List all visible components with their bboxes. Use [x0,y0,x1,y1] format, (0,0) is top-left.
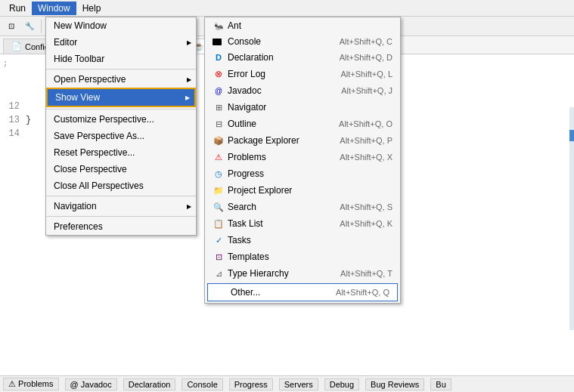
menu-item-hide-toolbar[interactable]: Hide Toolbar [46,51,196,67]
menu-sep-1 [46,69,196,69]
show-view-problems-label: Problems [228,152,266,162]
menu-item-show-view-label: Show View [55,92,179,103]
show-view-error-log-label: Error Log [228,69,265,79]
menu-item-open-perspective[interactable]: Open Perspective [46,71,196,88]
menu-item-close-perspective-label: Close Perspective [54,164,181,174]
status-problems[interactable]: ⚠ Problems [3,378,59,390]
show-view-progress[interactable]: ◷ Progress [205,165,400,182]
status-progress[interactable]: Progress [229,378,273,390]
show-view-type-hierarchy[interactable]: ⊿ Type Hierarchy Alt+Shift+Q, T [205,265,400,282]
menu-item-preferences[interactable]: Preferences [46,218,196,235]
show-view-problems-shortcut: Alt+Shift+Q, X [324,153,392,162]
javadoc-icon: @ [213,85,225,97]
templates-icon: ⊡ [213,251,225,263]
status-javadoc[interactable]: @ Javadoc [65,378,117,390]
show-view-package-explorer[interactable]: 📦 Package Explorer Alt+Shift+Q, P [205,132,400,149]
status-servers-label: Servers [284,380,313,389]
show-view-tasks-label: Tasks [228,235,251,245]
show-view-tasks[interactable]: ✓ Tasks [205,232,400,248]
menu-item-reset-perspective[interactable]: Reset Perspective... [46,144,196,161]
toolbar-btn-1[interactable]: ⊡ [3,18,20,35]
show-view-javadoc[interactable]: @ Javadoc Alt+Shift+Q, J [205,82,400,99]
show-view-console[interactable]: Console Alt+Shift+Q, C [205,34,400,49]
menu-item-new-window[interactable]: New Window [46,17,196,34]
show-view-project-explorer[interactable]: 📁 Project Explorer [205,182,400,199]
show-view-outline[interactable]: ⊟ Outline Alt+Shift+Q, O [205,116,400,132]
line-num-13: 13 [3,113,26,127]
status-debug-label: Debug [330,380,354,389]
menu-item-show-view[interactable]: Show View [46,88,196,107]
show-view-console-shortcut: Alt+Shift+Q, C [324,37,392,46]
status-javadoc-label: Javadoc [81,380,112,389]
show-view-error-log-shortcut: Alt+Shift+Q, L [326,69,392,79]
status-bar: ⚠ Problems @ Javadoc Declaration Console… [0,375,574,392]
outline-icon: ⊟ [213,118,225,130]
menu-item-save-perspective-label: Save Perspective As... [54,131,181,141]
other-icon [216,286,228,298]
show-view-error-log[interactable]: ⊗ Error Log Alt+Shift+Q, L [205,66,400,82]
line-num-14: 14 [3,127,26,140]
menu-item-close-all-perspectives[interactable]: Close All Perspectives [46,177,196,194]
show-view-declaration-shortcut: Alt+Shift+Q, D [324,53,392,62]
line-num-12: 12 [3,100,26,113]
show-view-navigator-label: Navigator [228,102,266,113]
status-declaration-label: Declaration [129,380,171,389]
menu-help[interactable]: Help [76,2,107,15]
show-view-navigator[interactable]: ⊞ Navigator [205,99,400,116]
show-view-ant[interactable]: 🐜 Ant [205,17,400,34]
show-view-task-list-shortcut: Alt+Shift+Q, K [324,219,392,228]
status-problems-label: Problems [18,379,53,388]
status-javadoc-icon: @ [70,380,79,389]
show-view-javadoc-label: Javadoc [228,85,262,96]
show-view-outline-label: Outline [228,119,256,129]
menu-item-customize-perspective[interactable]: Customize Perspective... [46,111,196,128]
declaration-icon: D [213,51,225,63]
show-view-submenu: 🐜 Ant Console Alt+Shift+Q, C D Declarati… [204,17,401,304]
show-view-search-label: Search [228,202,256,212]
menu-item-navigation-label: Navigation [54,201,181,211]
show-view-task-list-label: Task List [228,218,263,229]
show-view-type-hierarchy-shortcut: Alt+Shift+Q, T [325,269,392,278]
menu-window[interactable]: Window [32,2,76,15]
status-bu[interactable]: Bu [430,378,451,390]
toolbar-btn-2[interactable]: 🔧 [21,18,38,35]
menu-item-open-perspective-label: Open Perspective [54,74,181,85]
menu-run[interactable]: Run [3,2,32,15]
show-view-project-explorer-label: Project Explorer [228,185,292,196]
status-problems-icon: ⚠ [8,379,16,388]
console-icon [213,39,222,45]
tasks-icon: ✓ [213,234,225,246]
show-view-task-list[interactable]: 📋 Task List Alt+Shift+Q, K [205,215,400,232]
status-bug-reviews[interactable]: Bug Reviews [365,378,424,390]
show-view-problems[interactable]: ⚠ Problems Alt+Shift+Q, X [205,149,400,165]
menu-item-editor-label: Editor [54,37,181,48]
status-console[interactable]: Console [182,378,222,390]
menu-item-customize-perspective-label: Customize Perspective... [54,114,181,125]
show-view-search[interactable]: 🔍 Search Alt+Shift+Q, S [205,199,400,215]
progress-icon: ◷ [213,168,225,180]
search-icon: 🔍 [213,201,225,213]
status-debug[interactable]: Debug [324,378,359,390]
tab-config-icon: 📄 [11,42,22,51]
menu-item-close-perspective[interactable]: Close Perspective [46,161,196,177]
status-declaration[interactable]: Declaration [123,378,176,390]
menu-item-new-window-label: New Window [54,20,181,31]
navigator-icon: ⊞ [213,101,225,113]
status-bug-reviews-label: Bug Reviews [371,380,419,389]
toolbar-sep-1 [41,20,42,33]
menu-item-editor[interactable]: Editor [46,34,196,51]
show-view-other[interactable]: Other... Alt+Shift+Q, Q [207,283,398,301]
task-list-icon: 📋 [213,218,225,230]
type-hierarchy-icon: ⊿ [213,267,225,279]
menu-item-navigation[interactable]: Navigation [46,198,196,215]
show-view-type-hierarchy-label: Type Hierarchy [228,268,289,279]
status-console-label: Console [187,380,217,389]
show-view-templates[interactable]: ⊡ Templates [205,248,400,265]
menu-item-save-perspective[interactable]: Save Perspective As... [46,128,196,144]
status-servers[interactable]: Servers [279,378,318,390]
show-view-console-label: Console [228,36,261,47]
menu-sep-2 [46,109,196,110]
problems-icon: ⚠ [213,151,225,163]
show-view-declaration[interactable]: D Declaration Alt+Shift+Q, D [205,49,400,66]
show-view-ant-label: Ant [228,20,241,31]
